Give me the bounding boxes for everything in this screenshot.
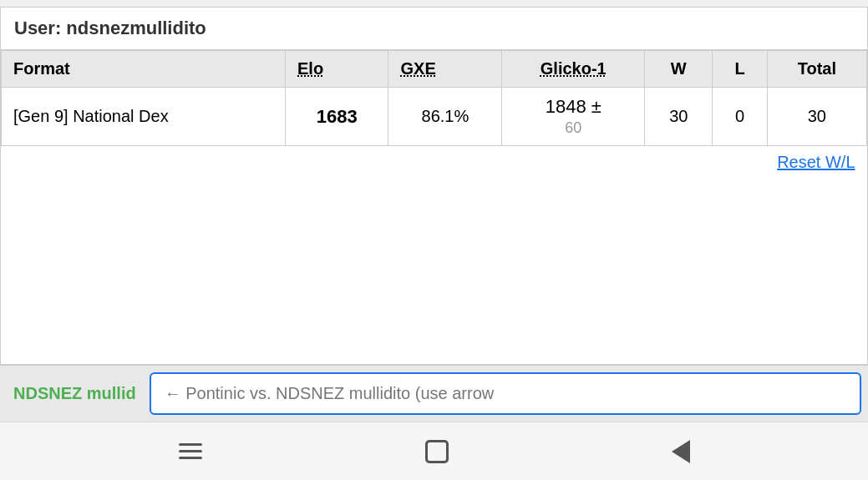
nav-bar <box>0 422 868 480</box>
bottom-bar: NDSNEZ mullid <box>0 365 868 422</box>
col-elo: Elo <box>286 51 388 88</box>
hamburger-line-2 <box>179 450 202 452</box>
glicko-main: 1848 ± <box>546 96 602 117</box>
hamburger-icon <box>179 443 202 459</box>
ndsnez-label: NDSNEZ mullid <box>0 384 150 403</box>
cell-format: [Gen 9] National Dex <box>2 88 286 146</box>
reset-cell: Reset W/L <box>2 146 867 179</box>
search-input[interactable] <box>150 372 861 415</box>
cell-l: 0 <box>713 88 767 146</box>
col-w: W <box>645 51 713 88</box>
cell-w: 30 <box>645 88 713 146</box>
reset-row: Reset W/L <box>2 146 867 179</box>
user-label: User: <box>14 18 66 38</box>
hamburger-line-1 <box>179 443 202 446</box>
search-input-container <box>150 372 861 415</box>
back-button[interactable] <box>672 440 690 463</box>
elo-value: 1683 <box>317 106 358 127</box>
col-l: L <box>713 51 767 88</box>
back-icon <box>672 440 690 463</box>
glicko-sub: 60 <box>565 119 581 136</box>
col-glicko: Glicko-1 <box>502 51 645 88</box>
home-button[interactable] <box>425 440 449 463</box>
reset-wl-link[interactable]: Reset W/L <box>777 153 855 171</box>
cell-glicko: 1848 ± 60 <box>502 88 645 146</box>
cell-total: 30 <box>767 88 866 146</box>
col-format: Format <box>2 51 286 88</box>
hamburger-menu-button[interactable] <box>179 443 202 459</box>
table-header-row: Format Elo GXE Glicko-1 W L Total <box>2 51 867 88</box>
home-icon <box>425 440 449 463</box>
username: ndsnezmullidito <box>66 18 206 38</box>
stats-panel: User: ndsnezmullidito Format Elo GXE Gli… <box>0 7 868 365</box>
hamburger-line-3 <box>179 457 202 459</box>
col-total: Total <box>767 51 866 88</box>
stats-table: Format Elo GXE Glicko-1 W L Total [Gen 9… <box>1 50 867 179</box>
cell-gxe: 86.1% <box>388 88 502 146</box>
user-header: User: ndsnezmullidito <box>1 8 867 50</box>
table-row: [Gen 9] National Dex 1683 86.1% 1848 ± 6… <box>2 88 867 146</box>
cell-elo: 1683 <box>286 88 388 146</box>
col-gxe: GXE <box>388 51 502 88</box>
